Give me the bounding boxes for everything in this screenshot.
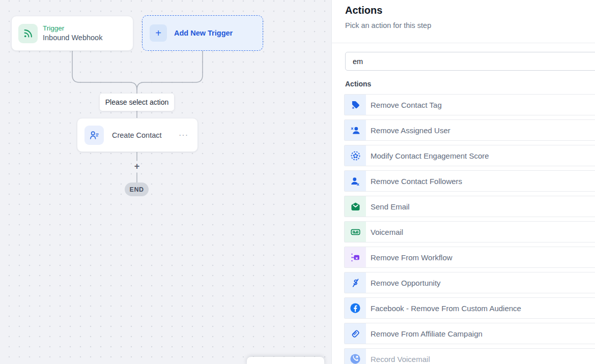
facebook-icon [350, 302, 361, 314]
panel-subtitle: Pick an action for this step [345, 21, 431, 29]
action-item-label: Remove Opportunity [371, 279, 441, 287]
action-item-label: Send Email [371, 202, 410, 211]
trigger-title: Inbound Webhook [43, 33, 102, 42]
send-email-icon [350, 201, 361, 212]
node-menu-button[interactable]: ··· [177, 129, 190, 142]
opportunity-remove-icon [350, 278, 361, 288]
connector-lines [0, 0, 331, 364]
action-list-item[interactable]: Send Email [344, 196, 595, 217]
trigger-node[interactable]: Trigger Inbound Webhook [11, 16, 133, 51]
bottom-popup-partial [247, 357, 324, 364]
action-list-item[interactable]: Remove From Affiliate Campaign [344, 323, 595, 344]
engagement-score-icon [350, 150, 361, 161]
contact-icon [84, 126, 104, 145]
tag-remove-icon: x [350, 100, 361, 110]
action-search-input[interactable] [345, 52, 595, 71]
action-list-item[interactable]: x Remove From Workflow [344, 247, 595, 268]
followers-remove-icon: x [350, 176, 361, 187]
action-list-item[interactable]: Modify Contact Engagement Score [344, 145, 595, 166]
affiliate-remove-icon [350, 328, 361, 339]
trigger-type-label: Trigger [43, 24, 102, 33]
record-voicemail-icon [350, 353, 361, 364]
action-list-item[interactable]: Record Voicemail [344, 348, 595, 364]
action-item-label: Voicemail [371, 228, 403, 236]
action-item-label: Facebook - Remove From Custom Audience [371, 304, 521, 313]
actions-section-label: Actions [345, 80, 371, 88]
plus-icon: + [150, 24, 167, 42]
panel-divider [332, 43, 595, 43]
action-list-item[interactable]: Voicemail [344, 221, 595, 242]
action-item-label: Remove Contact Tag [371, 101, 442, 109]
select-action-hint: Please select action [100, 94, 174, 111]
action-list-item[interactable]: x Remove Contact Tag [344, 94, 595, 115]
svg-text:x: x [352, 106, 354, 110]
add-new-trigger-button[interactable]: + Add New Trigger [142, 15, 263, 51]
svg-text:x: x [355, 255, 358, 260]
action-item-label: Record Voicemail [371, 355, 430, 363]
webhook-rss-icon [18, 24, 38, 43]
actions-list: x Remove Contact Tag x Remove Assigned U… [344, 94, 595, 364]
action-list-item[interactable]: x Remove Assigned User [344, 119, 595, 141]
add-step-button[interactable]: + [132, 161, 142, 171]
actions-panel: Actions Pick an action for this step Act… [331, 0, 595, 364]
svg-text:x: x [351, 126, 353, 130]
panel-title: Actions [345, 5, 382, 16]
workflow-remove-icon: x [350, 252, 361, 263]
action-node-label: Create Contact [112, 131, 177, 139]
action-list-item[interactable]: Remove Opportunity [344, 272, 595, 293]
svg-text:x: x [356, 181, 359, 186]
end-badge: END [125, 183, 149, 196]
action-list-item[interactable]: Facebook - Remove From Custom Audience [344, 297, 595, 319]
voicemail-icon [350, 227, 361, 237]
workflow-builder: Trigger Inbound Webhook + Add New Trigge… [0, 0, 595, 364]
action-list-item[interactable]: x Remove Contact Followers [344, 170, 595, 192]
workflow-canvas[interactable]: Trigger Inbound Webhook + Add New Trigge… [0, 0, 331, 364]
add-new-trigger-label: Add New Trigger [174, 29, 233, 37]
user-remove-icon: x [350, 125, 361, 136]
action-item-label: Remove From Workflow [371, 253, 452, 262]
create-contact-node[interactable]: Create Contact ··· [77, 118, 198, 152]
action-item-label: Remove Assigned User [371, 126, 450, 135]
action-item-label: Remove From Affiliate Campaign [371, 329, 483, 338]
action-item-label: Remove Contact Followers [371, 177, 462, 186]
action-item-label: Modify Contact Engagement Score [371, 151, 489, 160]
